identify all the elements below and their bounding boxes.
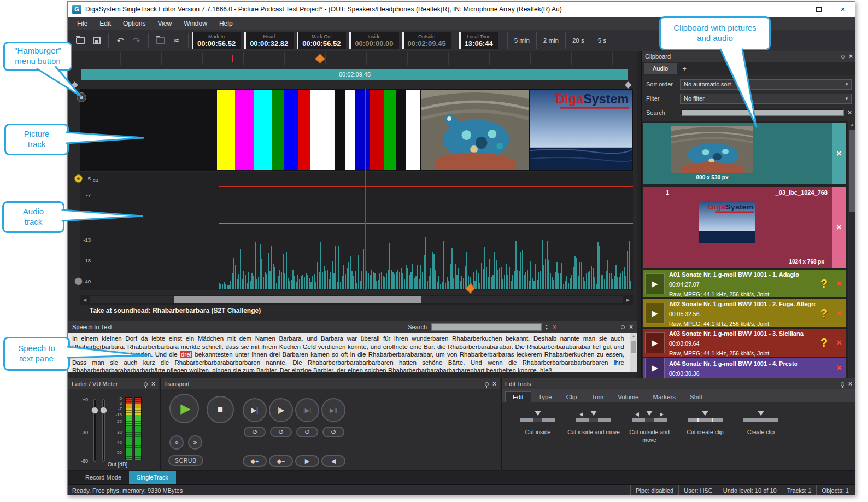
play-from-mark-button[interactable]: |▶ xyxy=(269,398,293,422)
tab-singletrack[interactable]: SingleTrack xyxy=(129,471,176,484)
menu-file[interactable]: File xyxy=(71,17,93,30)
sort-order-select[interactable]: No automatic sort▼ xyxy=(680,79,852,90)
clipboard-scrollbar[interactable]: ▲ xyxy=(848,121,855,378)
minimize-button[interactable]: – xyxy=(783,2,807,17)
s2t-search-input[interactable] xyxy=(431,323,542,331)
scrollbar-thumb[interactable] xyxy=(631,341,636,353)
menu-window[interactable]: Window xyxy=(178,17,213,30)
scrollbar-thumb[interactable] xyxy=(174,296,421,303)
clipboard-audio-item[interactable]: ▶ A01 Sonate Nr. 1 g-moll BWV 1001 - 1. … xyxy=(643,270,846,297)
tab-record-mode[interactable]: Record Mode xyxy=(78,471,129,484)
maximize-button[interactable] xyxy=(807,2,831,17)
stop-button[interactable]: ■ xyxy=(207,396,234,423)
play-button[interactable]: ▶ xyxy=(169,394,199,423)
create-clip-tool[interactable]: Create clip xyxy=(735,409,787,443)
timeline-ruler[interactable] xyxy=(80,52,633,65)
outside-field[interactable]: Outside00:02:09.45 xyxy=(402,32,451,49)
close-panel-icon[interactable]: × xyxy=(492,380,496,388)
timeline-scrollbar[interactable]: ◀ ▶ xyxy=(80,295,633,305)
play-outside-button[interactable]: ▶|| xyxy=(321,398,345,422)
save-button[interactable] xyxy=(89,33,105,48)
tab-edit[interactable]: Edit xyxy=(505,391,531,402)
menu-help[interactable]: Help xyxy=(213,17,239,30)
zoom-2min-button[interactable]: 2 min xyxy=(537,32,566,49)
filter-select[interactable]: No filter▼ xyxy=(680,94,852,104)
pin-icon[interactable] xyxy=(144,382,148,386)
close-panel-icon[interactable]: × xyxy=(848,380,852,388)
fader-thumb[interactable] xyxy=(100,407,107,414)
mark-in-field[interactable]: Mark In00:00:56.52 xyxy=(192,32,241,49)
rewind-button[interactable]: « xyxy=(169,435,184,450)
clipboard-picture-item[interactable]: 1 _03_ibc_1024_768 DigaSystem 1024 x 768… xyxy=(643,187,846,268)
fader-thumb[interactable] xyxy=(91,407,98,414)
menu-view[interactable]: View xyxy=(151,17,178,30)
close-panel-icon[interactable]: × xyxy=(849,52,853,60)
clipboard-audio-item[interactable]: ▶ A02 Sonate Nr. 1 g-moll BWV 1001 - 2. … xyxy=(643,299,846,327)
cut-inside-tool[interactable]: Cut inside xyxy=(512,409,564,443)
open-button[interactable] xyxy=(72,33,89,48)
item-name[interactable]: _03_ibc_1024_768 xyxy=(776,189,828,196)
scrub-button[interactable]: SCRUB xyxy=(168,455,203,466)
clipboard-picture-item[interactable]: 800 x 530 px × xyxy=(643,123,846,184)
pin-icon[interactable] xyxy=(841,55,845,59)
volume-envelope-line[interactable] xyxy=(219,223,633,224)
help-icon[interactable]: ? xyxy=(816,329,832,357)
track-settings-icon[interactable] xyxy=(74,174,83,183)
help-icon[interactable]: ? xyxy=(816,299,832,327)
loop-button[interactable]: ↺ xyxy=(244,427,266,437)
previous-marker-button[interactable]: ◀ xyxy=(321,455,345,467)
highlighted-word[interactable]: drei xyxy=(180,351,192,358)
remove-item-button[interactable]: × xyxy=(832,123,846,184)
head-field[interactable]: Head00:00:32.82 xyxy=(244,32,294,49)
scrollbar-track[interactable] xyxy=(90,296,623,303)
scroll-left-icon[interactable]: ◀ xyxy=(80,297,90,302)
digasystem-image[interactable]: DigaSystem xyxy=(530,90,632,170)
menu-options[interactable]: Options xyxy=(117,17,151,30)
digasystem-thumbnail-image[interactable]: DigaSystem xyxy=(699,201,755,243)
search-prev-next-icons[interactable]: ▲▼ xyxy=(545,324,548,330)
audio-waveform[interactable] xyxy=(219,229,632,289)
pin-icon[interactable] xyxy=(485,382,489,386)
pin-icon[interactable] xyxy=(621,325,625,329)
tab-markers[interactable]: Markers xyxy=(646,392,683,402)
remove-item-button[interactable]: × xyxy=(832,187,846,268)
add-marker-button[interactable]: ◆+ xyxy=(243,455,267,467)
close-button[interactable]: × xyxy=(831,2,855,17)
zoom-5s-button[interactable]: 5 s xyxy=(591,32,613,49)
menu-edit[interactable]: Edit xyxy=(93,17,117,30)
transcript-scrollbar[interactable]: ▲ xyxy=(630,333,637,372)
tab-trim[interactable]: Trim xyxy=(584,392,611,402)
undo-button[interactable]: ↶ xyxy=(112,33,128,48)
tab-clip[interactable]: Clip xyxy=(559,392,584,402)
lizard-thumbnail-image[interactable] xyxy=(671,126,753,173)
inside-field[interactable]: Inside00:00:00.00 xyxy=(349,32,398,49)
tab-volume[interactable]: Volume xyxy=(611,392,646,402)
play-item-button[interactable]: ▶ xyxy=(645,303,665,324)
transcript-text[interactable]: In einem kleinen Dorf da lebte einst ein… xyxy=(68,333,630,372)
audio-routing-button[interactable]: ≈ xyxy=(168,33,185,48)
play-item-button[interactable]: ▶ xyxy=(645,358,665,378)
remove-item-button[interactable]: × xyxy=(832,299,846,327)
timeline-overview-bar[interactable]: 00:02:09.45 xyxy=(81,69,628,80)
export-picture-button[interactable] xyxy=(152,33,168,48)
close-pane-icon[interactable]: × xyxy=(629,323,633,331)
colorbar-test-image[interactable] xyxy=(217,90,420,170)
cut-outside-move-tool[interactable]: Cut outside and move xyxy=(623,409,676,443)
cut-create-clip-tool[interactable]: Cut create clip xyxy=(679,409,731,443)
play-to-mark-button[interactable]: ▶| xyxy=(243,398,267,422)
tab-type[interactable]: Type xyxy=(531,392,559,402)
loop-button[interactable]: ↺ xyxy=(296,427,318,437)
picture-track[interactable]: DigaSystem xyxy=(80,89,633,171)
play-inside-button[interactable]: |▶| xyxy=(295,398,319,422)
cut-inside-move-tool[interactable]: Cut inside and move xyxy=(567,409,620,443)
scroll-up-icon[interactable]: ▲ xyxy=(632,333,636,340)
track-volume-knob[interactable] xyxy=(74,277,83,285)
help-icon[interactable]: ? xyxy=(816,270,832,297)
loop-button[interactable]: ↺ xyxy=(270,427,292,437)
zoom-20s-button[interactable]: 20 s xyxy=(566,32,591,49)
remove-item-button[interactable]: × xyxy=(832,358,846,378)
tab-shift[interactable]: Shift xyxy=(683,392,709,402)
mark-out-field[interactable]: Mark Out00:00:56.52 xyxy=(297,32,346,49)
audio-track[interactable] xyxy=(80,172,633,290)
close-panel-icon[interactable]: × xyxy=(151,380,155,388)
